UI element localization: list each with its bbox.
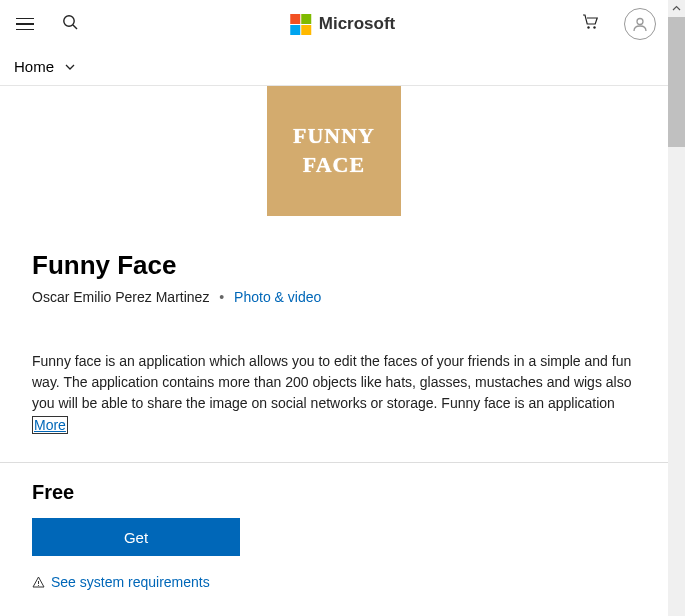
- svg-point-6: [38, 584, 39, 585]
- app-icon-text-line2: FACE: [293, 151, 375, 180]
- scrollbar-up-icon[interactable]: [668, 0, 685, 17]
- price-label: Free: [32, 481, 636, 504]
- publisher-name: Oscar Emilio Perez Martinez: [32, 289, 209, 305]
- scrollbar-thumb[interactable]: [668, 17, 685, 147]
- top-bar: Microsoft: [0, 0, 668, 48]
- svg-line-1: [73, 25, 77, 29]
- svg-point-3: [593, 26, 595, 28]
- nav-bar: Home: [0, 48, 668, 86]
- nav-home-label: Home: [14, 58, 54, 75]
- cart-icon[interactable]: [582, 13, 600, 35]
- sysreq-text: See system requirements: [51, 574, 210, 590]
- search-icon[interactable]: [62, 14, 79, 35]
- app-title: Funny Face: [32, 250, 636, 281]
- profile-icon[interactable]: [624, 8, 656, 40]
- svg-point-4: [637, 19, 643, 25]
- hamburger-menu-icon[interactable]: [16, 12, 40, 36]
- svg-point-0: [64, 15, 74, 25]
- brand-logo[interactable]: Microsoft: [290, 14, 396, 35]
- chevron-down-icon: [64, 61, 76, 73]
- app-meta: Oscar Emilio Perez Martinez • Photo & vi…: [32, 289, 636, 305]
- get-button[interactable]: Get: [32, 518, 240, 556]
- category-link[interactable]: Photo & video: [234, 289, 321, 305]
- microsoft-logo-icon: [290, 14, 311, 35]
- svg-point-2: [587, 26, 589, 28]
- system-requirements-link[interactable]: See system requirements: [32, 574, 636, 590]
- warning-icon: [32, 576, 45, 589]
- meta-separator: •: [219, 289, 224, 305]
- app-description: Funny face is an application which allow…: [32, 351, 636, 415]
- app-icon-text-line1: FUNNY: [293, 122, 375, 151]
- more-link[interactable]: More: [32, 416, 68, 434]
- brand-text: Microsoft: [319, 14, 396, 34]
- nav-home-dropdown[interactable]: Home: [14, 58, 76, 75]
- vertical-scrollbar[interactable]: [668, 0, 685, 616]
- app-icon: FUNNY FACE: [267, 86, 401, 216]
